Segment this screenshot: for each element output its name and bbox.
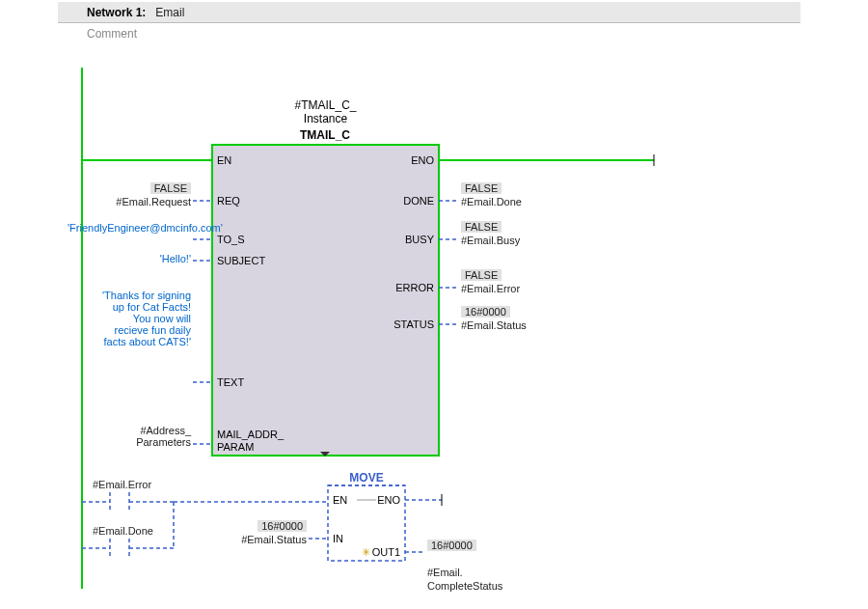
req-param[interactable]: FALSE #Email.Request (87, 181, 191, 208)
port-eno: ENO (411, 154, 434, 166)
done-param[interactable]: FALSE #Email.Done (461, 181, 522, 208)
contact-error-label[interactable]: #Email.Error (93, 479, 151, 490)
comment-field[interactable]: Comment (87, 27, 137, 41)
port-text: TEXT (217, 376, 244, 388)
subject-param[interactable]: 'Hello!' (87, 253, 191, 264)
network-label: Network 1: (87, 6, 146, 19)
contact-done-label[interactable]: #Email.Done (93, 525, 153, 537)
error-param[interactable]: FALSE #Email.Error (461, 268, 520, 295)
port-mailaddr2: PARAM (217, 441, 254, 453)
port-subject: SUBJECT (217, 255, 265, 266)
tmail-instance-type: TMAIL_C (300, 128, 350, 142)
port-mailaddr: MAIL_ADDR_ (217, 429, 285, 440)
port-tos: TO_S (217, 234, 245, 245)
port-done: DONE (403, 195, 434, 207)
port-en: EN (217, 154, 231, 166)
network-header: Network 1: Email (58, 2, 800, 23)
move-port-eno: ENO (377, 494, 400, 506)
network-title[interactable]: Email (155, 6, 184, 19)
move-port-en: EN (333, 494, 347, 506)
text-param[interactable]: 'Thanks for signing up for Cat Facts! Yo… (98, 290, 191, 347)
move-out1-param[interactable]: 16#0000 #Email. CompleteStatus (427, 525, 502, 593)
busy-param[interactable]: FALSE #Email.Busy (461, 220, 520, 247)
move-port-out1: OUT1 (372, 546, 400, 558)
ladder-canvas: TMAIL_C EN REQ TO_S SUBJECT TEXT MAIL_AD… (58, 48, 800, 598)
tmail-c-block[interactable] (212, 145, 439, 456)
out1-marker: ✳ (362, 546, 370, 558)
move-type: MOVE (349, 471, 383, 484)
tmail-instance-name[interactable]: #TMAIL_C_ Instance (260, 98, 391, 125)
move-in-param[interactable]: 16#0000 #Email.Status (203, 519, 307, 546)
tos-param[interactable]: 'FriendlyEngineer@dmcinfo.com' (68, 222, 191, 234)
port-busy: BUSY (405, 234, 435, 245)
port-error: ERROR (395, 282, 434, 293)
port-req: REQ (217, 195, 240, 207)
mailaddr-param[interactable]: #Address_ Parameters (87, 425, 191, 448)
move-port-in: IN (333, 533, 343, 544)
port-status: STATUS (393, 318, 434, 330)
status-param[interactable]: 16#0000 #Email.Status (461, 305, 527, 332)
